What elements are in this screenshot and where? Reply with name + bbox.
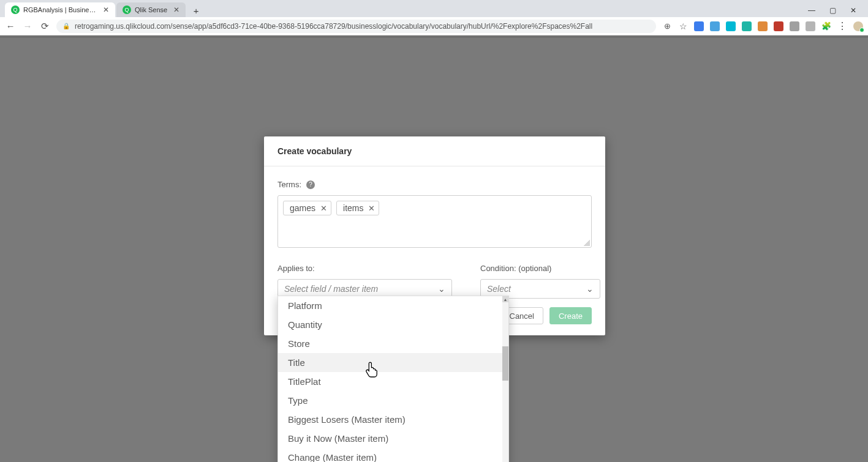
lock-icon: 🔒 bbox=[62, 23, 70, 29]
window-close-button[interactable]: ✕ bbox=[843, 4, 863, 17]
chip-label: items bbox=[343, 203, 363, 213]
browser-toolbar: ← → ⟳ 🔒 retrogaming.us.qlikcloud.com/sen… bbox=[0, 17, 868, 35]
close-tab-icon[interactable]: ✕ bbox=[173, 6, 179, 14]
extension-icon[interactable] bbox=[726, 21, 736, 31]
address-bar[interactable]: 🔒 retrogaming.us.qlikcloud.com/sense/app… bbox=[56, 20, 656, 33]
term-chip: games ✕ bbox=[283, 201, 331, 215]
extension-icon[interactable] bbox=[806, 21, 815, 31]
qlik-favicon-icon: Q bbox=[11, 6, 20, 14]
back-button[interactable]: ← bbox=[5, 21, 16, 32]
dialog-title: Create vocabulary bbox=[264, 136, 605, 166]
dropdown-option[interactable]: Store bbox=[278, 334, 508, 353]
tab-title: RGBAnalysis | Business logic | Vo bbox=[23, 6, 97, 13]
tab-title: Qlik Sense bbox=[135, 6, 167, 13]
profile-avatar-icon[interactable] bbox=[853, 21, 863, 31]
dropdown-option[interactable]: Biggest Losers (Master item) bbox=[278, 410, 508, 429]
bookmark-star-icon[interactable]: ☆ bbox=[678, 21, 688, 31]
chip-label: games bbox=[290, 203, 315, 213]
dropdown-option[interactable]: Buy it Now (Master item) bbox=[278, 429, 508, 448]
dropdown-option[interactable]: Type bbox=[278, 391, 508, 410]
create-button[interactable]: Create bbox=[549, 307, 592, 324]
extension-icon[interactable] bbox=[710, 21, 720, 31]
chevron-down-icon: ⌄ bbox=[586, 284, 594, 294]
scrollbar-thumb[interactable] bbox=[502, 346, 508, 381]
qlik-favicon-icon: Q bbox=[123, 6, 131, 14]
term-chip: items ✕ bbox=[336, 201, 379, 215]
select-placeholder: Select field / master item bbox=[284, 284, 378, 294]
dropdown-option[interactable]: Platform bbox=[278, 296, 508, 315]
terms-input[interactable]: games ✕ items ✕ bbox=[277, 195, 592, 248]
browser-tab-strip: Q RGBAnalysis | Business logic | Vo ✕ Q … bbox=[0, 0, 868, 17]
browser-tab[interactable]: Q Qlik Sense ✕ bbox=[116, 2, 186, 17]
extensions-puzzle-icon[interactable]: 🧩 bbox=[821, 21, 831, 31]
remove-chip-icon[interactable]: ✕ bbox=[320, 204, 327, 213]
chrome-menu-icon[interactable]: ⋮ bbox=[837, 21, 847, 31]
extension-icon[interactable] bbox=[742, 21, 752, 31]
zoom-icon[interactable]: ⊕ bbox=[662, 21, 672, 31]
select-placeholder: Select bbox=[487, 284, 511, 294]
chevron-down-icon: ⌄ bbox=[438, 284, 445, 294]
browser-tab-active[interactable]: Q RGBAnalysis | Business logic | Vo ✕ bbox=[5, 2, 115, 17]
dropdown-option[interactable]: Change (Master item) bbox=[278, 448, 508, 462]
resize-handle-icon[interactable] bbox=[584, 240, 590, 246]
dropdown-option[interactable]: TitlePlat bbox=[278, 372, 508, 391]
dropdown-scrollbar[interactable]: ▲ bbox=[502, 296, 508, 462]
toolbar-extensions: ⊕ ☆ 🧩 ⋮ bbox=[662, 21, 863, 31]
dropdown-option[interactable]: Title bbox=[278, 353, 508, 372]
scroll-up-arrow-icon[interactable]: ▲ bbox=[502, 296, 508, 302]
new-tab-button[interactable]: + bbox=[189, 4, 203, 17]
extension-icon[interactable] bbox=[774, 21, 783, 31]
forward-button[interactable]: → bbox=[22, 21, 33, 32]
help-icon[interactable]: ? bbox=[306, 181, 315, 189]
dropdown-option[interactable]: Quantity bbox=[278, 315, 508, 334]
close-tab-icon[interactable]: ✕ bbox=[103, 6, 109, 14]
extension-icon[interactable] bbox=[758, 21, 768, 31]
terms-label: Terms: bbox=[277, 180, 301, 189]
condition-label: Condition: (optional) bbox=[480, 264, 600, 273]
reload-button[interactable]: ⟳ bbox=[39, 21, 50, 32]
window-minimize-button[interactable]: — bbox=[802, 4, 821, 17]
page-viewport: Create vocabulary Terms: ? games ✕ items… bbox=[0, 35, 868, 462]
window-maximize-button[interactable]: ▢ bbox=[823, 4, 842, 17]
url-text: retrogaming.us.qlikcloud.com/sense/app/a… bbox=[75, 22, 592, 31]
extension-icon[interactable] bbox=[694, 21, 704, 31]
applies-to-dropdown: PlatformQuantityStoreTitleTitlePlatTypeB… bbox=[277, 296, 509, 462]
extension-icon[interactable] bbox=[790, 21, 799, 31]
applies-to-label: Applies to: bbox=[277, 264, 452, 273]
remove-chip-icon[interactable]: ✕ bbox=[368, 204, 375, 213]
